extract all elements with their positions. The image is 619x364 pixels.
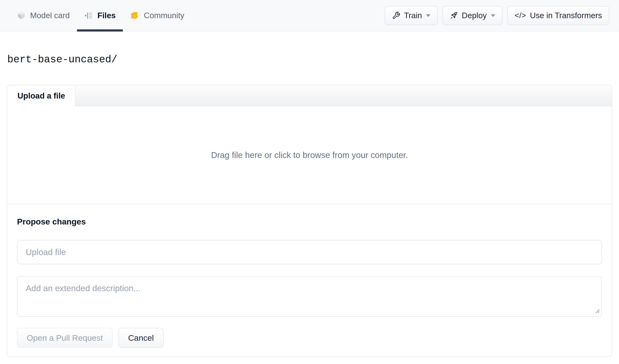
tab-upload-a-file-label: Upload a file xyxy=(17,91,65,100)
breadcrumb[interactable]: bert-base-uncased/ xyxy=(7,54,117,66)
dropzone-text: Drag file here or click to browse from y… xyxy=(211,150,408,160)
main-content: bert-base-uncased/ Upload a file Drag fi… xyxy=(0,31,619,357)
open-pull-request-button[interactable]: Open a Pull Request xyxy=(17,328,113,348)
wrench-icon xyxy=(392,11,400,20)
upload-panel: Upload a file Drag file here or click to… xyxy=(7,85,612,357)
train-button[interactable]: Train xyxy=(385,6,438,25)
cancel-button-label: Cancel xyxy=(128,333,154,343)
upload-panel-tabbar: Upload a file xyxy=(7,85,612,106)
caret-down-icon xyxy=(491,14,495,17)
propose-actions: Open a Pull Request Cancel xyxy=(17,328,602,348)
versions-icon xyxy=(84,11,93,20)
tab-model-card[interactable]: Model card xyxy=(10,0,77,31)
code-icon: </> xyxy=(515,11,526,20)
upload-file-input[interactable] xyxy=(17,240,602,264)
tab-community-label: Community xyxy=(144,11,184,20)
tab-files[interactable]: Files xyxy=(77,0,123,31)
waving-hand-icon xyxy=(130,11,139,20)
description-field-wrap xyxy=(17,276,602,317)
open-pull-request-label: Open a Pull Request xyxy=(27,333,103,343)
use-in-transformers-label: Use in Transformers xyxy=(530,11,602,20)
cancel-button[interactable]: Cancel xyxy=(118,328,164,348)
header-actions: Train Deploy </> Use in Transformers xyxy=(385,0,609,31)
tab-community[interactable]: Community xyxy=(123,0,192,31)
repo-header: Model card Files xyxy=(0,0,619,31)
caret-down-icon xyxy=(426,14,430,17)
cube-icon xyxy=(17,11,26,20)
extended-description-textarea[interactable] xyxy=(17,276,602,317)
active-tab-underline xyxy=(77,29,123,31)
deploy-button[interactable]: Deploy xyxy=(443,6,503,25)
resize-handle-icon[interactable] xyxy=(595,308,600,315)
file-dropzone[interactable]: Drag file here or click to browse from y… xyxy=(7,106,612,204)
train-button-label: Train xyxy=(404,11,422,20)
propose-changes-section: Propose changes Open a Pull Request Canc… xyxy=(7,204,612,356)
tab-files-label: Files xyxy=(97,11,115,20)
use-in-transformers-button[interactable]: </> Use in Transformers xyxy=(507,6,609,25)
tab-upload-a-file[interactable]: Upload a file xyxy=(7,85,76,106)
propose-changes-heading: Propose changes xyxy=(17,217,602,226)
rocket-icon xyxy=(450,11,458,20)
deploy-button-label: Deploy xyxy=(462,11,487,20)
repo-tabs: Model card Files xyxy=(10,0,192,31)
tab-model-card-label: Model card xyxy=(30,11,70,20)
